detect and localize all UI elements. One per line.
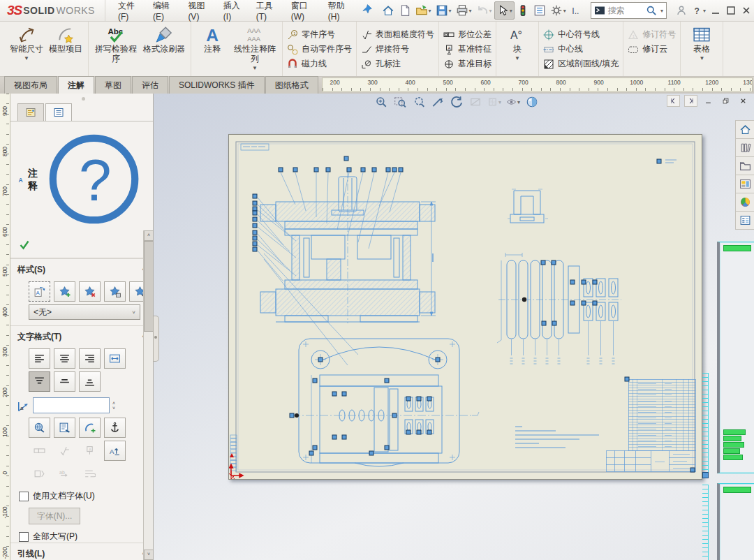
bom-table[interactable] — [606, 379, 695, 471]
indent-text-button[interactable]: A — [104, 441, 126, 461]
restore-button[interactable] — [719, 95, 732, 107]
dropdown-arrow-icon[interactable]: ▾ — [703, 8, 706, 14]
scroll-down-icon[interactable]: ˅ — [144, 550, 154, 560]
appearances-tab[interactable] — [735, 193, 754, 212]
ribbon-区域剖面线/填充[interactable]: 区域剖面线/填充 — [542, 58, 620, 70]
star-save-button[interactable] — [104, 281, 126, 302]
dropdown-arrow-icon[interactable]: ▼ — [252, 65, 258, 71]
home-button[interactable] — [380, 1, 397, 20]
task-list-button[interactable] — [531, 1, 548, 20]
fit-text-button[interactable] — [104, 348, 126, 369]
panel-flyout-handle[interactable] — [154, 316, 159, 362]
search-input[interactable]: 搜索 — [608, 5, 643, 17]
style-section-header[interactable]: 样式(S) ^ — [10, 258, 153, 279]
print-button[interactable]: ▾ — [454, 1, 474, 20]
scrollbar-thumb[interactable] — [144, 241, 154, 332]
anchor-button[interactable] — [104, 418, 126, 438]
save-button[interactable]: ▾ — [434, 1, 454, 20]
ribbon-表面粗糙度符号[interactable]: 表面粗糙度符号 — [360, 29, 436, 40]
checkbox-icon[interactable] — [19, 492, 29, 501]
options-gear-button[interactable]: ▾ — [548, 1, 568, 20]
dropdown-arrow-icon[interactable]: ▾ — [449, 8, 452, 14]
dropdown-arrow-icon[interactable]: ▼ — [24, 55, 29, 61]
search-box[interactable]: 搜索 ▾ — [591, 2, 667, 19]
all-caps-checkbox[interactable]: 全部大写(P) — [19, 531, 153, 543]
ribbon-形位公差[interactable]: 形位公差 — [442, 29, 493, 40]
user-button[interactable] — [674, 1, 689, 20]
dropdown-arrow-icon[interactable]: ▾ — [469, 8, 472, 14]
tab-SOLIDWORKS 插件[interactable]: SOLIDWORKS 插件 — [169, 76, 265, 95]
strip-view[interactable] — [497, 253, 621, 364]
design-library-tab[interactable] — [735, 139, 754, 157]
ribbon-模型项目[interactable]: 模型项目 — [46, 24, 85, 56]
close-button[interactable] — [739, 1, 754, 20]
search-icon[interactable] — [646, 5, 657, 16]
ribbon-自动零件序号[interactable]: 自动零件序号 — [286, 43, 353, 55]
minimize-button[interactable] — [702, 95, 715, 107]
ribbon-智能尺寸[interactable]: 智能尺寸▼ — [7, 24, 46, 63]
zoom-window-button[interactable] — [412, 95, 426, 109]
ribbon-基准目标[interactable]: 基准目标 — [442, 58, 493, 70]
revision-note[interactable] — [665, 160, 677, 163]
dropdown-arrow-icon[interactable]: ▾ — [517, 99, 520, 105]
dropdown-arrow-icon[interactable]: ▾ — [489, 8, 492, 14]
ribbon-零件序号[interactable]: 1零件序号 — [286, 29, 353, 40]
minimize-button[interactable] — [708, 1, 723, 20]
link-to-property-button[interactable] — [54, 418, 75, 438]
ribbon-拼写检验程序[interactable]: Abc拼写检验程序 — [91, 24, 140, 66]
graphics-area[interactable]: ▾▾ — [154, 94, 754, 560]
tab-图纸格式[interactable]: 图纸格式 — [265, 76, 318, 95]
star-add-button[interactable] — [54, 281, 75, 302]
rotate-view-button[interactable] — [450, 95, 464, 109]
view-palette-tab[interactable] — [735, 175, 754, 193]
dropdown-arrow-icon[interactable]: ▼ — [515, 55, 520, 61]
angle-spinner[interactable]: ˄˅ — [112, 401, 115, 411]
new-document-button[interactable] — [397, 1, 413, 20]
configuration-tab[interactable] — [45, 103, 72, 121]
ribbon-表格[interactable]: 表格▼ — [683, 24, 720, 63]
use-doc-font-checkbox[interactable]: 使用文档字体(U) — [19, 490, 153, 502]
dropdown-arrow-icon[interactable]: ▾ — [429, 8, 431, 14]
ribbon-线性注释阵列[interactable]: AAAAAA线性注释阵列▼ — [230, 24, 279, 73]
tab-评估[interactable]: 评估 — [132, 76, 168, 95]
selection-handle[interactable] — [702, 472, 709, 478]
align-right-button[interactable] — [79, 348, 101, 369]
insert-hyperlink-button[interactable] — [29, 418, 50, 438]
adjacent-sheet-2[interactable] — [717, 483, 754, 560]
ribbon-孔标注[interactable]: 孔标注 — [360, 58, 436, 70]
zoom-fit-button[interactable] — [374, 95, 388, 109]
ribbon-基准特征[interactable]: A基准特征 — [442, 43, 493, 55]
add-leader-button[interactable] — [79, 418, 101, 438]
notes-text[interactable] — [515, 427, 599, 448]
angle-input[interactable] — [33, 397, 110, 413]
panel-scrollbar[interactable]: ˄ ˅ — [143, 230, 153, 560]
checkbox-icon[interactable] — [19, 532, 29, 542]
maximize-button[interactable] — [723, 1, 739, 20]
ok-check[interactable] — [10, 235, 153, 258]
style-new-button[interactable]: A — [29, 281, 50, 302]
next-sheet-button[interactable] — [684, 95, 697, 107]
pin-menu-icon[interactable] — [361, 3, 373, 17]
valign-middle-button[interactable] — [54, 371, 75, 392]
propertymanager-tab[interactable] — [17, 103, 44, 121]
home-tab-tab[interactable] — [735, 120, 754, 139]
interface-scale-button[interactable]: I.. — [568, 1, 585, 20]
panel-splitter-dot[interactable] — [82, 97, 85, 101]
ribbon-修订云[interactable]: 修订云 — [626, 43, 677, 55]
dropdown-arrow-icon[interactable]: ▼ — [699, 55, 704, 61]
align-left-button[interactable] — [29, 348, 50, 369]
ribbon-注释[interactable]: A注释 — [194, 24, 230, 56]
help-button[interactable]: ?▾ — [689, 1, 708, 20]
tab-视图布局[interactable]: 视图布局 — [4, 76, 57, 95]
align-center-button[interactable] — [54, 348, 75, 369]
tab-注解[interactable]: 注解 — [58, 76, 94, 95]
appearance-sphere-button[interactable] — [525, 95, 539, 109]
hide-show-items-button[interactable]: ▾ — [506, 95, 520, 109]
zoom-area-button[interactable] — [393, 95, 407, 109]
tab-草图[interactable]: 草图 — [95, 76, 131, 95]
ribbon-中心线[interactable]: 中心线 — [542, 43, 620, 55]
style-dropdown[interactable]: <无> ˅ — [29, 304, 140, 320]
ribbon-焊接符号[interactable]: 焊接符号 — [360, 43, 436, 55]
prev-sheet-button[interactable] — [667, 95, 680, 107]
ribbon-块[interactable]: A°块▼ — [499, 24, 535, 63]
